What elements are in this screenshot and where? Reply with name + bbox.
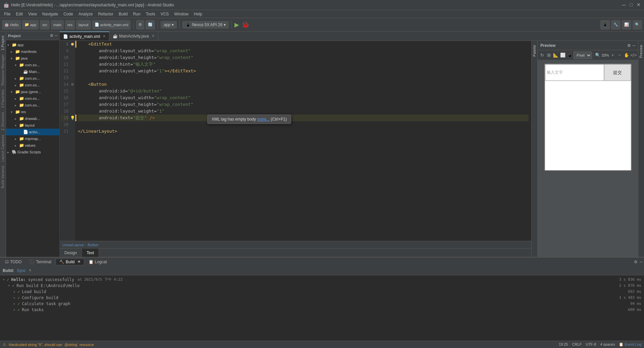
tree-item-comex3[interactable]: ▸ 📁 com.ex... (6, 82, 59, 88)
expand-arrow-icon[interactable]: ▸ (13, 307, 15, 313)
menu-navigate[interactable]: Navigate (40, 11, 61, 17)
tab-java-close-icon[interactable]: ✕ (152, 34, 155, 38)
tree-item-javagene[interactable]: ▾ 📁 java (gene... (6, 88, 59, 95)
menu-file[interactable]: File (1, 11, 13, 17)
toolbar-sdk-btn[interactable]: 🔧 (611, 20, 621, 29)
tab-terminal[interactable]: ⬛ Terminal (26, 259, 55, 265)
tree-item-comex1[interactable]: ▾ 📁 com.ex... (6, 62, 59, 68)
tree-item-res[interactable]: ▾ 📁 res (6, 109, 59, 115)
maximize-button[interactable]: □ (630, 2, 633, 8)
cursor-position[interactable]: 19:25 (559, 342, 568, 347)
minimize-button[interactable]: ─ (622, 2, 626, 8)
toolbar-sync-btn[interactable]: 🔄 (146, 20, 155, 29)
sync-label[interactable]: Sync (17, 268, 26, 273)
event-log-icon[interactable]: 📋 Event Log (619, 342, 641, 347)
toolbar-layout-btn[interactable]: layout (76, 20, 91, 29)
layout-captures-toggle[interactable]: Layout Captures (0, 133, 5, 164)
tree-item-mainactivity[interactable]: ☕ Main... (6, 68, 59, 75)
preview-design-btn[interactable]: 📐 (553, 52, 559, 59)
menu-analyze[interactable]: Analyze (76, 11, 96, 17)
tree-item-gradle[interactable]: ▸ 🐘 Gradle Scripts (6, 149, 59, 155)
build-variants-toggle[interactable]: Build Variants (0, 163, 5, 190)
menu-edit[interactable]: Edit (13, 11, 25, 17)
toolbar-hello-btn[interactable]: 🤖 Hello (2, 20, 21, 29)
tree-item-java[interactable]: ▾ 📁 java (6, 55, 59, 62)
preview-zoomin-btn[interactable]: + (609, 52, 616, 59)
preview-toggle-btn[interactable]: ⊞ (546, 52, 552, 59)
toolbar-app-btn[interactable]: 📁 app (22, 20, 39, 29)
indent-setting[interactable]: 4 spaces (600, 342, 615, 347)
tree-item-manifests[interactable]: ▸ 📁 manifests (6, 48, 59, 55)
tree-item-comex2[interactable]: ▸ 📁 com.ex... (6, 75, 59, 82)
tree-item-layout[interactable]: ▾ 📁 layout (6, 122, 59, 129)
app-config-dropdown[interactable]: app ▾ (161, 21, 177, 28)
search-everywhere-btn[interactable]: 🔍 (633, 20, 642, 29)
device-dropdown[interactable]: 📱 Nexus 5X API 26 ▾ (182, 21, 229, 28)
toolbar-src-btn[interactable]: src (40, 20, 50, 29)
toolbar-settings-btn[interactable]: ⚙ (136, 20, 144, 29)
tree-item-comex5[interactable]: ▸ 📁 com.ex... (6, 102, 59, 109)
resource-manager-toggle[interactable]: Resource Manager (0, 52, 5, 87)
menu-run[interactable]: Run (130, 11, 143, 17)
preview-close-icon[interactable]: ─ (632, 43, 635, 48)
tree-item-drawable[interactable]: ▸ 📁 drawab... (6, 115, 59, 122)
preview-refresh-btn[interactable]: ↻ (539, 52, 545, 59)
tab-text[interactable]: Text (82, 249, 99, 257)
menu-build[interactable]: Build (116, 11, 130, 17)
sync-close-icon[interactable]: ✕ (29, 268, 32, 273)
preview-side-toggle[interactable]: Preview (639, 43, 644, 60)
project-panel-toggle[interactable]: 1:Project (0, 33, 5, 52)
expand-arrow-icon[interactable]: ▾ (3, 277, 5, 283)
expand-arrow-icon[interactable]: ▸ (13, 301, 15, 307)
menu-view[interactable]: View (25, 11, 40, 17)
tree-item-activity-xml[interactable]: 📄 activi... (6, 129, 59, 135)
preview-orient-btn[interactable]: 📱 (567, 52, 573, 59)
menu-window[interactable]: Window (171, 11, 191, 17)
encoding[interactable]: UTF-8 (586, 342, 596, 347)
favorites-toggle[interactable]: 2:Favorites (0, 87, 5, 110)
tree-item-mipmap[interactable]: ▸ 📁 mipmap... (6, 135, 59, 142)
tab-activity-xml[interactable]: 📄 activity_main.xml ✕ (60, 31, 109, 41)
menu-vcs[interactable]: VCS (158, 11, 172, 17)
breadcrumb-button[interactable]: Button (88, 243, 98, 247)
breadcrumb-linearlayout[interactable]: LinearLayout (62, 243, 84, 247)
preview-zoomout-btn[interactable]: − (616, 52, 623, 59)
preview-pan-btn[interactable]: ✋ (624, 52, 630, 59)
pixel-selector[interactable]: Pixel (574, 52, 592, 59)
project-close-icon[interactable]: ─ (55, 33, 57, 38)
palette-toggle[interactable]: Palette (532, 43, 537, 59)
build-panel-min-icon[interactable]: ─ (640, 260, 643, 264)
tab-todo[interactable]: ☑ TODO (1, 259, 25, 265)
toolbar-main-btn[interactable]: main (51, 20, 64, 29)
build-close-icon[interactable]: ✕ (77, 260, 80, 264)
tree-item-comex4[interactable]: ▸ 📁 com.ex... (6, 95, 59, 102)
tooltip-more-link[interactable]: more... (257, 117, 270, 122)
structure-toggle[interactable]: Z-Structure (0, 110, 5, 133)
project-settings-icon[interactable]: ⚙ (50, 33, 53, 38)
tab-mainactivity-java[interactable]: ☕ MainActivity.java ✕ (109, 31, 158, 41)
preview-settings-icon[interactable]: ⚙ (627, 43, 631, 48)
tab-close-icon[interactable]: ✕ (103, 34, 106, 39)
build-panel-settings-icon[interactable]: ⚙ (634, 260, 638, 264)
preview-code-btn[interactable]: </> (630, 52, 637, 59)
toolbar-profile-btn[interactable]: 📊 (622, 20, 631, 29)
menu-code[interactable]: Code (61, 11, 76, 17)
tree-item-app[interactable]: ▾ 📁 app (6, 42, 59, 48)
preview-blueprint-btn[interactable]: ⬜ (560, 52, 566, 59)
tab-design[interactable]: Design (60, 249, 82, 257)
toolbar-avd-btn[interactable]: 📱 (600, 20, 610, 29)
line-ending[interactable]: CRLF (572, 342, 582, 347)
tab-build[interactable]: 🔨 Build ✕ (56, 259, 84, 265)
toolbar-res-btn[interactable]: res (65, 20, 75, 29)
code-editor[interactable]: 8 9 10 11 12 13 14 15 16 17 18 19 (60, 41, 531, 241)
menu-refactor[interactable]: Refactor (96, 11, 116, 17)
expand-arrow-icon[interactable]: ▸ (13, 295, 15, 301)
run-button[interactable]: ▶ (234, 21, 239, 28)
preview-zoom-btn[interactable]: 🔍 (595, 52, 601, 59)
code-content[interactable]: <EditText android:layout_width="wrap_con… (75, 41, 531, 241)
menu-help[interactable]: Help (191, 11, 205, 17)
expand-arrow-icon[interactable]: ▸ (13, 289, 15, 295)
close-button[interactable]: ✕ (637, 2, 641, 8)
expand-arrow-icon[interactable]: ▾ (8, 283, 10, 289)
tree-item-values[interactable]: ▸ 📁 values (6, 142, 59, 149)
